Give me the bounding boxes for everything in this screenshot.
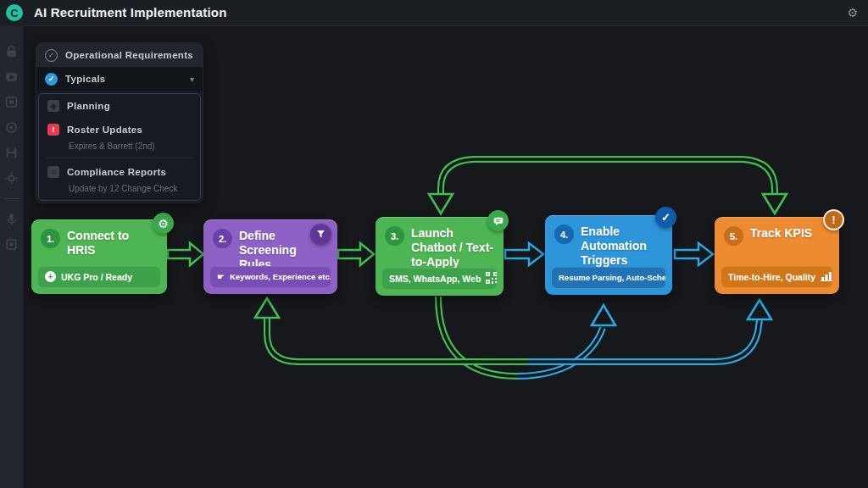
- step-title: Connect to HRIS: [67, 229, 159, 258]
- feedback-arrow-bottom: [255, 298, 771, 362]
- connector-arrow-1-2: [168, 243, 203, 265]
- step-detail: Time-to-Hire, Quality: [728, 272, 815, 282]
- step-detail: Keywords, Experience etc.: [230, 272, 331, 281]
- step-enable-automation-triggers[interactable]: ✓ 4. Enable Automation Triggers Resume P…: [545, 215, 672, 295]
- gear-icon[interactable]: [4, 171, 19, 186]
- panel-row-label: Roster Updates: [67, 125, 142, 135]
- alert-icon: !: [823, 209, 844, 230]
- camera-icon[interactable]: [4, 69, 19, 84]
- app-window: C AI Recruitment Implementation ⚙ ✓ Oper…: [0, 0, 868, 488]
- loop-arrow-step3-step4: [438, 297, 615, 376]
- chevron-down-icon[interactable]: ▾: [190, 75, 194, 84]
- step-connect-to-hris[interactable]: ⚙ 1. Connect to HRIS + UKG Pro / Ready: [31, 219, 167, 294]
- feedback-arrow-top: [429, 159, 787, 214]
- qr-code-icon: [486, 272, 497, 286]
- step-detail-pill: SMS, WhatsApp, Web: [382, 268, 497, 289]
- stop-icon[interactable]: [4, 237, 19, 252]
- step-detail: Resume Parsing, Auto-Schedule: [559, 273, 665, 282]
- step-detail: UKG Pro / Ready: [61, 272, 132, 282]
- panel-row-label: Typicals: [65, 74, 106, 84]
- panel-row-typicals[interactable]: ✓ Typicals ▾: [36, 67, 203, 91]
- panel-row-subline: Update by 12 Change Check: [39, 184, 200, 198]
- lock-icon[interactable]: [4, 44, 19, 58]
- settings-icon[interactable]: ⚙: [847, 0, 858, 25]
- step-number-badge: 3.: [385, 226, 404, 246]
- save-icon[interactable]: [4, 146, 19, 160]
- panel-row-label: Operational Requirements: [65, 50, 193, 60]
- plus-circle-icon: +: [45, 271, 56, 282]
- filter-icon[interactable]: [310, 224, 331, 245]
- step-detail-pill: ☛ Keywords, Experience etc.: [210, 266, 331, 287]
- step-launch-chatbot[interactable]: 3. Launch Chatbot / Text-to-Apply SMS, W…: [376, 217, 504, 296]
- step-title: Launch Chatbot / Text-to-Apply: [411, 226, 495, 269]
- sidebar: [0, 25, 24, 488]
- step-number-badge: 4.: [554, 225, 574, 244]
- step-number-badge: 1.: [41, 229, 60, 248]
- page-title: AI Recruitment Implementation: [34, 0, 227, 25]
- connector-arrow-3-4: [505, 243, 543, 265]
- sidebar-divider: [4, 198, 19, 199]
- pointer-icon: ☛: [217, 272, 225, 281]
- step-detail-pill: Resume Parsing, Auto-Schedule: [552, 267, 665, 288]
- gear-icon[interactable]: ⚙: [153, 213, 174, 234]
- step-detail: SMS, WhatsApp, Web: [389, 274, 481, 284]
- step-title: Enable Automation Triggers: [581, 225, 664, 267]
- document-icon: ≡: [47, 166, 59, 178]
- panel-row-label: Compliance Reports: [67, 167, 166, 177]
- panel-row-compliance-reports[interactable]: ≡ Compliance Reports: [39, 160, 200, 184]
- step-define-screening-rules[interactable]: 2. Define Screening Rules ☛ Keywords, Ex…: [203, 219, 337, 294]
- panel-row-operational-requirements[interactable]: ✓ Operational Requirements: [36, 43, 203, 67]
- panel-subsection: ◈ Planning ! Roster Updates Expires & Ba…: [38, 93, 201, 201]
- connector-arrow-4-5: [675, 243, 713, 265]
- status-circle-icon: ✓: [45, 49, 58, 62]
- step-detail-pill: Time-to-Hire, Quality: [721, 266, 832, 287]
- step-track-kpis[interactable]: ! 5. Track KPIS Time-to-Hire, Quality: [715, 217, 839, 294]
- step-detail-pill: + UKG Pro / Ready: [38, 266, 160, 287]
- panel-divider: [46, 158, 193, 158]
- chat-icon: [487, 210, 509, 231]
- shield-square-icon: ◈: [47, 100, 59, 112]
- panel-row-subline: Expires & Barrett (2nd): [39, 141, 200, 156]
- check-circle-icon: ✓: [45, 73, 58, 86]
- connector-arrow-2-3: [338, 243, 374, 265]
- target-icon[interactable]: [4, 120, 19, 135]
- panel-row-label: Planning: [67, 101, 110, 111]
- alert-square-icon: !: [47, 124, 59, 136]
- panel-row-planning[interactable]: ◈ Planning: [39, 94, 200, 118]
- panel-row-roster-updates[interactable]: ! Roster Updates: [39, 118, 200, 141]
- image-icon[interactable]: [4, 95, 19, 109]
- bar-chart-icon: [821, 270, 832, 283]
- titlebar: C AI Recruitment Implementation ⚙: [0, 0, 868, 26]
- step-title: Track KPIS: [750, 226, 812, 241]
- check-icon: ✓: [655, 207, 676, 228]
- step-number-badge: 2.: [213, 229, 232, 248]
- layers-panel: ✓ Operational Requirements ✓ Typicals ▾ …: [36, 42, 203, 203]
- app-logo: C: [6, 4, 23, 21]
- step-number-badge: 5.: [724, 226, 743, 246]
- mic-icon[interactable]: [4, 212, 19, 226]
